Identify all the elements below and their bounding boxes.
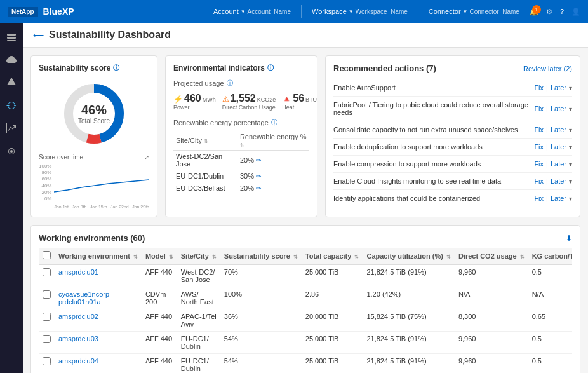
we-site: AWS/ North East [177,287,220,309]
later-link[interactable]: Later [551,160,566,168]
help-icon[interactable]: ? [560,8,564,15]
gear-icon[interactable]: ⚙ [546,8,552,16]
sidebar-icon-storage[interactable] [3,28,20,46]
expand-icon[interactable]: ⤢ [144,154,149,161]
we-col-2[interactable]: Site/City ⇅ [177,248,220,264]
chevron-down-icon[interactable]: ▾ [569,85,572,92]
sidebar-icon-cloud[interactable] [3,51,20,69]
row-checkbox[interactable] [39,332,55,354]
edit-icon[interactable]: ✏ [256,157,261,164]
connector-menu[interactable]: Connector ▼ Connector_Name [429,8,519,15]
download-icon[interactable]: ⬇ [566,234,572,243]
later-link[interactable]: Later [551,143,566,151]
we-col-7[interactable]: KG carbon/TB ⇅ [528,248,572,264]
fix-link[interactable]: Fix [534,177,544,185]
divider2 [418,5,418,18]
main-content: ⟵ Sustainability Dashboard Sustainabilit… [23,23,588,373]
re-col-pct[interactable]: Renewable energy % ⇅ [237,131,309,151]
action-links: Fix | Later ▾ [534,126,572,133]
row-checkbox[interactable] [39,309,55,332]
donut-chart: 46% Total Score [59,79,129,149]
later-link[interactable]: Later [551,194,566,202]
we-col-1[interactable]: Model ⇅ [142,248,177,264]
we-env: cyoavsue1ncorp prdclu01n01a [55,287,142,309]
notification-button[interactable]: 🔔 1 [530,8,538,16]
we-col-5[interactable]: Capacity utilization (%) ⇅ [363,248,454,264]
we-col-3[interactable]: Sustainability score ⇅ [220,248,302,264]
env-link[interactable]: amsprdclu03 [58,335,98,342]
account-menu[interactable]: Account ▼ Account_Name [213,8,291,15]
re-info-icon[interactable]: ⓘ [271,118,277,127]
later-link[interactable]: Later [551,177,566,185]
re-col-site[interactable]: Site/City ⇅ [173,131,237,151]
we-col-4[interactable]: Total capacity ⇅ [302,248,363,264]
chevron-down-icon[interactable]: ▾ [569,144,572,151]
env-link[interactable]: cyoavsue1ncorp prdclu01n01a [58,290,109,306]
fix-link[interactable]: Fix [534,194,544,202]
sidebar-icon-protection[interactable] [3,74,20,92]
we-kg-carbon: 0.5 [528,354,572,374]
user-icon[interactable]: 👤 [571,8,580,16]
donut-chart-container: 46% Total Score [39,79,149,149]
score-info-icon[interactable]: ⓘ [113,64,119,72]
back-icon[interactable]: ⟵ [33,31,44,39]
env-link[interactable]: amsprdclu04 [58,357,98,365]
power-name: Power [173,104,216,111]
fix-link[interactable]: Fix [534,84,544,92]
row-checkbox[interactable] [39,354,55,374]
chevron-down-icon[interactable]: ▾ [569,161,572,168]
chevron-down-icon[interactable]: ▾ [569,126,572,133]
we-col-0[interactable]: Working environment ⇅ [55,248,142,264]
projected-usage: Projected usage ⓘ ⚡ 460 MWh Power [173,79,309,111]
sidebar-icon-analytics[interactable] [3,119,20,137]
we-kg-carbon: 0.5 [528,332,572,354]
sidebar-icon-sustainability[interactable] [3,97,20,114]
actions-title: Recommended actions (7) [333,64,436,73]
we-kg-carbon: N/A [528,287,572,309]
env-link[interactable]: amsprdclu01 [58,268,98,276]
later-link[interactable]: Later [551,84,566,92]
chevron-down-icon[interactable]: ▾ [569,178,572,185]
carbon-unit: KCO2e [257,97,276,103]
table-row: amsprdclu03 AFF 440 EU-DC1/ Dublin 54% 2… [39,332,572,354]
we-model: AFF 440 [142,354,177,374]
chevron-down-icon[interactable]: ▾ [569,195,572,202]
chevron-down-icon[interactable]: ▾ [569,105,572,112]
we-score: 70% [220,264,302,287]
we-co2: N/A [455,287,528,309]
select-all-checkbox[interactable] [39,248,55,264]
workspace-menu[interactable]: Workspace ▼ Workspace_Name [312,8,408,15]
list-item: EU-DC3/Belfast 20% ✏ [173,182,309,194]
we-col-6[interactable]: Direct CO2 usage ⇅ [455,248,528,264]
we-site: EU-DC1/ Dublin [177,332,220,354]
dashboard: Sustainability score ⓘ [23,48,588,373]
edit-icon[interactable]: ✏ [256,185,261,192]
connector-name: Connector_Name [470,8,519,15]
later-link[interactable]: Later [551,105,566,112]
env-info-icon[interactable]: ⓘ [267,64,274,72]
later-link[interactable]: Later [551,126,566,133]
row-checkbox[interactable] [39,264,55,287]
action-text: Enable AutoSupport [333,84,534,92]
review-later-button[interactable]: Review later (2) [523,65,572,72]
fix-link[interactable]: Fix [534,126,544,133]
we-site: EU-DC1/ Dublin [177,354,220,374]
env-panel-title: Environmental indicators ⓘ [173,64,309,72]
action-links: Fix | Later ▾ [534,105,572,112]
sidebar-icon-settings[interactable] [3,142,20,160]
fix-link[interactable]: Fix [534,105,544,112]
edit-icon[interactable]: ✏ [256,173,261,180]
carbon-name: Direct Carbon Usage [222,104,276,111]
action-links: Fix | Later ▾ [534,143,572,151]
we-table-wrapper: Working environment ⇅Model ⇅Site/City ⇅S… [39,248,572,373]
we-co2: 9,960 [455,264,528,287]
page-title: Sustainability Dashboard [49,29,171,41]
heat-name: Heat [282,104,317,111]
projected-info-icon[interactable]: ⓘ [227,79,233,88]
env-link[interactable]: amsprdclu02 [58,313,98,320]
fix-link[interactable]: Fix [534,160,544,168]
svg-rect-0 [7,34,16,36]
re-pct: 20% ✏ [237,151,309,170]
fix-link[interactable]: Fix [534,143,544,151]
row-checkbox[interactable] [39,287,55,309]
